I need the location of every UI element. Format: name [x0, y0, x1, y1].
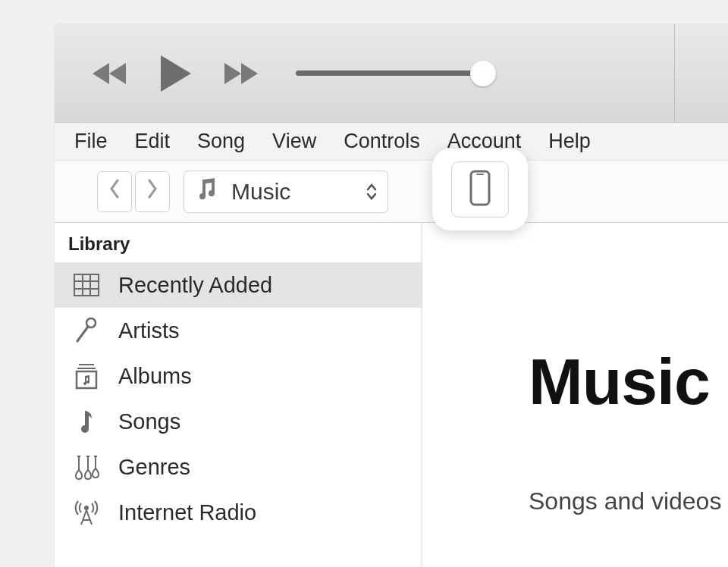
app-window: File Edit Song View Controls Account Hel… — [55, 24, 728, 567]
play-icon[interactable] — [156, 52, 194, 95]
menu-song[interactable]: Song — [184, 125, 259, 158]
note-icon — [71, 408, 102, 435]
main-content: Music Songs and videos — [422, 223, 728, 567]
svg-point-15 — [84, 506, 89, 510]
sidebar-item-label: Songs — [118, 409, 180, 434]
playback-controls — [91, 52, 259, 95]
divider — [674, 24, 675, 122]
antenna-icon — [71, 499, 102, 526]
page-subtitle: Songs and videos — [529, 487, 728, 515]
sidebar-header: Library — [55, 223, 422, 262]
menu-view[interactable]: View — [259, 125, 330, 158]
page-title: Music — [529, 344, 728, 419]
device-button[interactable] — [451, 161, 509, 218]
menu-bar: File Edit Song View Controls Account Hel… — [55, 123, 728, 161]
phone-icon — [469, 170, 491, 209]
toolbar: Music — [55, 161, 728, 223]
media-type-selector[interactable]: Music — [184, 171, 388, 213]
sidebar-item-albums[interactable]: Albums — [55, 353, 422, 399]
menu-edit[interactable]: Edit — [121, 125, 184, 158]
playback-bar — [55, 24, 728, 123]
volume-thumb[interactable] — [470, 61, 496, 86]
content-area: Library Recently Added Artists Albums — [55, 223, 728, 567]
back-button[interactable] — [97, 171, 132, 212]
previous-track-icon[interactable] — [91, 60, 129, 87]
sidebar-item-recently-added[interactable]: Recently Added — [55, 262, 422, 308]
svg-rect-2 — [74, 274, 99, 296]
stepper-icon — [366, 183, 377, 201]
sidebar-item-artists[interactable]: Artists — [55, 308, 422, 353]
media-type-label: Music — [231, 179, 290, 205]
grid-icon — [71, 274, 102, 296]
device-callout — [432, 149, 528, 230]
guitar-icon — [71, 453, 102, 481]
menu-help[interactable]: Help — [535, 125, 604, 158]
sidebar-item-internet-radio[interactable]: Internet Radio — [55, 490, 422, 535]
sidebar-item-genres[interactable]: Genres — [55, 444, 422, 490]
svg-rect-0 — [471, 171, 489, 205]
sidebar: Library Recently Added Artists Albums — [55, 223, 422, 567]
sidebar-item-label: Albums — [118, 364, 192, 389]
next-track-icon[interactable] — [221, 60, 259, 87]
album-icon — [71, 362, 102, 390]
chevron-left-icon — [108, 179, 121, 204]
forward-button[interactable] — [135, 171, 170, 212]
svg-line-8 — [77, 327, 88, 341]
microphone-icon — [71, 317, 102, 344]
chevron-right-icon — [146, 179, 158, 204]
menu-file[interactable]: File — [61, 125, 121, 158]
sidebar-item-label: Genres — [118, 455, 190, 480]
sidebar-item-label: Internet Radio — [118, 500, 256, 525]
volume-slider[interactable] — [296, 70, 485, 76]
sidebar-item-songs[interactable]: Songs — [55, 399, 422, 444]
music-note-icon — [195, 177, 218, 206]
sidebar-item-label: Recently Added — [118, 273, 272, 298]
volume-track — [296, 70, 485, 76]
menu-controls[interactable]: Controls — [330, 125, 434, 158]
nav-group — [97, 171, 170, 212]
sidebar-item-label: Artists — [118, 318, 180, 343]
